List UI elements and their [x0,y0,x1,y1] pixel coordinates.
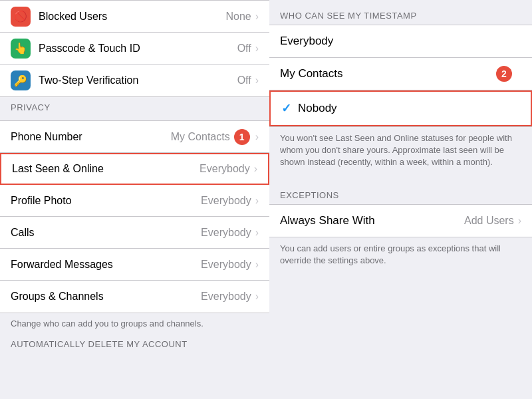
always-share-value: Add Users [464,215,514,227]
blocked-users-value: None [225,11,251,23]
groups-channels-value: Everybody [201,291,251,303]
two-step-value: Off [237,74,251,86]
privacy-section-label: PRIVACY [0,97,269,115]
blocked-icon: 🚫 [11,7,31,27]
passcode-value: Off [237,43,251,55]
forwarded-messages-value: Everybody [201,259,251,271]
everybody-option-label: Everybody [280,35,521,48]
chevron-icon: › [255,11,259,23]
chevron-icon: › [255,291,259,303]
badge-1: 1 [234,129,250,145]
chevron-icon: › [255,131,259,143]
groups-note: Change who can add you to groups and cha… [0,313,269,334]
last-seen-value: Everybody [200,163,250,175]
passcode-item[interactable]: 👆 Passcode & Touch ID Off › [0,33,269,65]
chevron-icon: › [518,215,521,227]
two-step-label: Two-Step Verification [39,74,237,86]
phone-number-value: My Contacts [171,131,230,143]
nobody-option-label: Nobody [298,102,520,115]
always-share-label: Always Share With [280,214,464,227]
my-contacts-option-item[interactable]: My Contacts 2 [269,58,532,90]
chevron-icon: › [255,227,259,239]
blocked-users-item[interactable]: 🚫 Blocked Users None › [0,1,269,33]
chevron-icon: › [254,163,257,175]
groups-channels-item[interactable]: Groups & Channels Everybody › [0,281,269,313]
override-note: You can add users or entire groups as ex… [269,237,532,272]
right-panel: WHO CAN SEE MY TIMESTAMP Everybody My Co… [269,0,532,399]
blocked-users-label: Blocked Users [39,11,225,23]
exceptions-section: EXCEPTIONS Always Share With Add Users ›… [269,180,532,272]
badge-2: 2 [496,66,512,82]
chevron-icon: › [255,259,259,271]
chevron-icon: › [255,43,259,55]
auto-delete-label: AUTOMATICALLY DELETE MY ACCOUNT [0,334,269,352]
groups-channels-label: Groups & Channels [11,291,201,303]
two-step-item[interactable]: 🔑 Two-Step Verification Off › [0,65,269,96]
chevron-icon: › [255,195,259,207]
exceptions-label: EXCEPTIONS [269,180,532,204]
top-settings-group: 🚫 Blocked Users None › 👆 Passcode & Touc… [0,0,269,97]
privacy-group: Phone Number My Contacts 1 › Last Seen &… [0,120,269,313]
two-step-icon: 🔑 [11,70,31,90]
passcode-icon: 👆 [11,39,31,59]
profile-photo-label: Profile Photo [11,195,201,207]
profile-photo-item[interactable]: Profile Photo Everybody › [0,185,269,217]
nobody-note: You won't see Last Seen and Online statu… [269,127,532,177]
timestamp-options-group: Everybody My Contacts 2 ✓ Nobody [269,25,532,127]
forwarded-messages-label: Forwarded Messages [11,259,201,271]
chevron-icon: › [255,74,259,86]
always-share-item[interactable]: Always Share With Add Users › [269,204,532,237]
phone-number-item[interactable]: Phone Number My Contacts 1 › [0,121,269,153]
calls-value: Everybody [201,227,251,239]
forwarded-messages-item[interactable]: Forwarded Messages Everybody › [0,249,269,281]
phone-number-label: Phone Number [11,131,171,143]
checkmark-icon: ✓ [281,101,291,116]
calls-item[interactable]: Calls Everybody › [0,217,269,249]
my-contacts-option-label: My Contacts [280,67,521,80]
last-seen-item[interactable]: Last Seen & Online Everybody › [0,153,269,185]
profile-photo-value: Everybody [201,195,251,207]
everybody-option-item[interactable]: Everybody [269,25,532,58]
timestamp-section-label: WHO CAN SEE MY TIMESTAMP [269,0,532,25]
nobody-option-item[interactable]: ✓ Nobody [269,90,532,126]
last-seen-label: Last Seen & Online [12,163,200,175]
passcode-label: Passcode & Touch ID [39,43,237,55]
calls-label: Calls [11,227,201,239]
left-panel: 🚫 Blocked Users None › 👆 Passcode & Touc… [0,0,269,399]
